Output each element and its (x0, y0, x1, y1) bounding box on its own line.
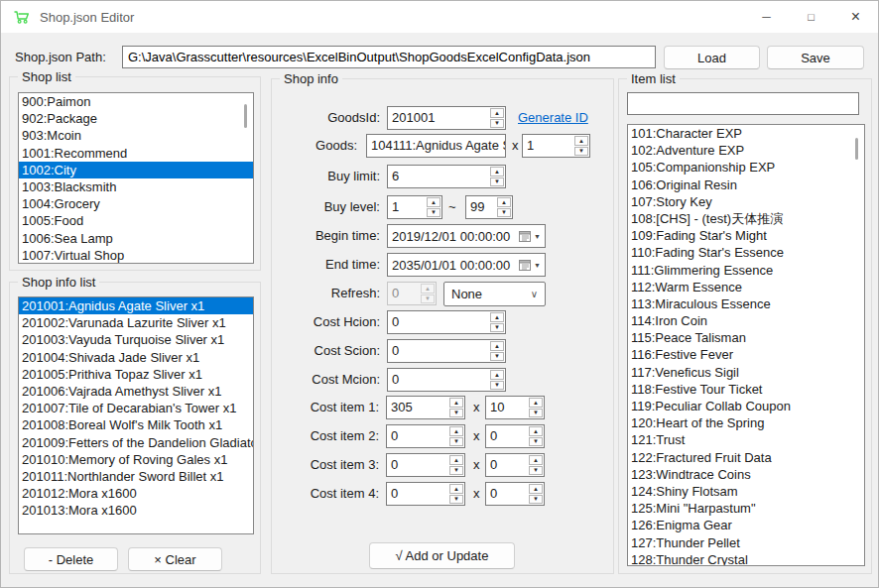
list-item[interactable]: 101:Character EXP (628, 125, 864, 142)
spin-down-icon[interactable]: ▼ (449, 466, 463, 476)
spin-down-icon[interactable]: ▼ (497, 208, 511, 218)
list-item[interactable]: 903:Mcoin (19, 127, 253, 144)
list-item[interactable]: 127:Thunder Pellet (628, 534, 864, 551)
list-item[interactable]: 1004:Grocery (19, 195, 253, 212)
refresh-mode-select[interactable]: None ∨ (443, 282, 546, 306)
add-or-update-button[interactable]: √ Add or Update (369, 542, 515, 569)
delete-button[interactable]: - Delete (24, 547, 118, 571)
list-item[interactable]: 123:Windtrace Coins (628, 466, 864, 483)
list-item[interactable]: 201004:Shivada Jade Sliver x1 (19, 349, 253, 366)
list-item[interactable]: 1007:Virtual Shop (19, 247, 253, 264)
list-item[interactable]: 1003:Blacksmith (19, 178, 253, 195)
list-item[interactable]: 112:Warm Essence (628, 279, 864, 295)
chevron-down-icon[interactable]: ▼ (534, 233, 541, 240)
list-item[interactable]: 128:Thunder Crystal (628, 551, 864, 566)
buy-level-min-spinner[interactable]: 1▲▼ (387, 195, 442, 219)
list-item[interactable]: 201010:Memory of Roving Gales x1 (19, 451, 253, 468)
goods-qty-spinner[interactable]: 1▲▼ (522, 134, 590, 158)
list-item[interactable]: 126:Enigma Gear (628, 517, 864, 533)
list-item[interactable]: 105:Companionship EXP (628, 159, 864, 176)
spin-up-icon[interactable]: ▲ (449, 426, 463, 436)
list-item[interactable]: 1005:Food (19, 212, 253, 229)
cost-item-2-qty-spinner[interactable]: 0▲▼ (485, 424, 545, 448)
spin-down-icon[interactable]: ▼ (490, 352, 504, 362)
spin-up-icon[interactable]: ▲ (490, 167, 504, 176)
spin-up-icon[interactable]: ▲ (529, 426, 543, 436)
list-item[interactable]: 201013:Mora x1600 (19, 502, 253, 519)
save-button[interactable]: Save (767, 46, 864, 69)
clear-button[interactable]: × Clear (128, 547, 222, 571)
list-item[interactable]: 117:Veneficus Sigil (628, 364, 864, 381)
list-item[interactable]: 1002:City (19, 162, 253, 178)
list-item[interactable]: 110:Fading Star's Essence (628, 244, 864, 261)
generate-id-link[interactable]: Generate ID (518, 106, 588, 130)
cost-hcion-spinner[interactable]: 0▲▼ (387, 310, 506, 334)
cost-item-3-id-spinner[interactable]: 0▲▼ (386, 453, 465, 477)
cost-item-3-qty-spinner[interactable]: 0▲▼ (485, 453, 545, 477)
spin-down-icon[interactable]: ▼ (574, 147, 588, 157)
list-item[interactable]: 201007:Tile of Decarabian's Tower x1 (19, 400, 253, 416)
spin-up-icon[interactable]: ▲ (497, 197, 511, 207)
maximize-button[interactable]: □ (789, 1, 833, 33)
list-item[interactable]: 124:Shiny Flotsam (628, 483, 864, 500)
cost-item-1-qty-spinner[interactable]: 10▲▼ (485, 396, 545, 419)
list-item[interactable]: 201006:Vajrada Amethyst Sliver x1 (19, 383, 253, 400)
item-search-input[interactable] (627, 92, 859, 115)
spin-up-icon[interactable]: ▲ (421, 284, 435, 294)
spin-down-icon[interactable]: ▼ (490, 381, 504, 391)
spin-down-icon[interactable]: ▼ (529, 437, 543, 447)
scrollbar-thumb[interactable] (855, 138, 858, 160)
scrollbar-thumb[interactable] (244, 104, 247, 128)
spin-down-icon[interactable]: ▼ (490, 119, 504, 129)
spin-down-icon[interactable]: ▼ (427, 208, 440, 218)
spin-down-icon[interactable]: ▼ (529, 495, 543, 505)
spin-down-icon[interactable]: ▼ (449, 437, 463, 447)
spin-down-icon[interactable]: ▼ (529, 409, 543, 418)
spin-up-icon[interactable]: ▲ (490, 370, 504, 380)
list-item[interactable]: 201001:Agnidus Agate Sliver x1 (19, 297, 253, 314)
cost-item-4-qty-spinner[interactable]: 0▲▼ (485, 482, 545, 506)
cost-mcion-spinner[interactable]: 0▲▼ (387, 368, 506, 392)
spin-up-icon[interactable]: ▲ (490, 108, 504, 118)
spin-up-icon[interactable]: ▲ (574, 136, 588, 146)
list-item[interactable]: 201011:Northlander Sword Billet x1 (19, 468, 253, 485)
list-item[interactable]: 201002:Varunada Lazurite Sliver x1 (19, 314, 253, 331)
list-item[interactable]: 120:Heart of the Spring (628, 414, 864, 431)
list-item[interactable]: 125:Mini "Harpastum" (628, 500, 864, 517)
spin-up-icon[interactable]: ▲ (490, 341, 504, 351)
list-item[interactable]: 107:Story Key (628, 193, 864, 210)
spin-down-icon[interactable]: ▼ (449, 409, 463, 418)
list-item[interactable]: 201012:Mora x1600 (19, 485, 253, 502)
list-item[interactable]: 201009:Fetters of the Dandelion Gladiato (19, 434, 253, 451)
list-item[interactable]: 115:Peace Talisman (628, 329, 864, 346)
spin-up-icon[interactable]: ▲ (490, 312, 504, 322)
spin-down-icon[interactable]: ▼ (529, 466, 543, 476)
list-item[interactable]: 121:Trust (628, 431, 864, 448)
spin-down-icon[interactable]: ▼ (490, 323, 504, 333)
cost-item-2-id-spinner[interactable]: 0▲▼ (386, 424, 465, 448)
list-item[interactable]: 106:Original Resin (628, 176, 864, 193)
list-item[interactable]: 108:[CHS] - (test)天体推演 (628, 210, 864, 227)
end-time-picker[interactable]: 2035/01/01 00:00:00 ▼ (387, 253, 546, 277)
goodsid-spinner[interactable]: 201001▲▼ (387, 106, 506, 130)
list-item[interactable]: 116:Festive Fever (628, 346, 864, 363)
list-item[interactable]: 201003:Vayuda Turquoise Sliver x1 (19, 331, 253, 348)
list-item[interactable]: 1006:Sea Lamp (19, 230, 253, 247)
buy-level-max-spinner[interactable]: 99▲▼ (465, 195, 513, 219)
spin-up-icon[interactable]: ▲ (449, 484, 463, 494)
spin-up-icon[interactable]: ▲ (529, 484, 543, 494)
spin-down-icon[interactable]: ▼ (449, 495, 463, 505)
spin-up-icon[interactable]: ▲ (427, 197, 440, 207)
spin-up-icon[interactable]: ▲ (449, 455, 463, 465)
begin-time-picker[interactable]: 2019/12/01 00:00:00 ▼ (387, 224, 546, 248)
list-item[interactable]: 201008:Boreal Wolf's Milk Tooth x1 (19, 416, 253, 433)
list-item[interactable]: 201005:Prithiva Topaz Sliver x1 (19, 366, 253, 383)
path-input[interactable] (122, 46, 656, 68)
list-item[interactable]: 902:Package (19, 110, 253, 127)
list-item[interactable]: 109:Fading Star's Might (628, 227, 864, 244)
list-item[interactable]: 113:Miraculous Essence (628, 295, 864, 312)
list-item[interactable]: 1001:Recommend (19, 145, 253, 162)
list-item[interactable]: 111:Glimmering Essence (628, 262, 864, 279)
list-item[interactable]: 118:Festive Tour Ticket (628, 381, 864, 398)
spin-up-icon[interactable]: ▲ (529, 398, 543, 408)
